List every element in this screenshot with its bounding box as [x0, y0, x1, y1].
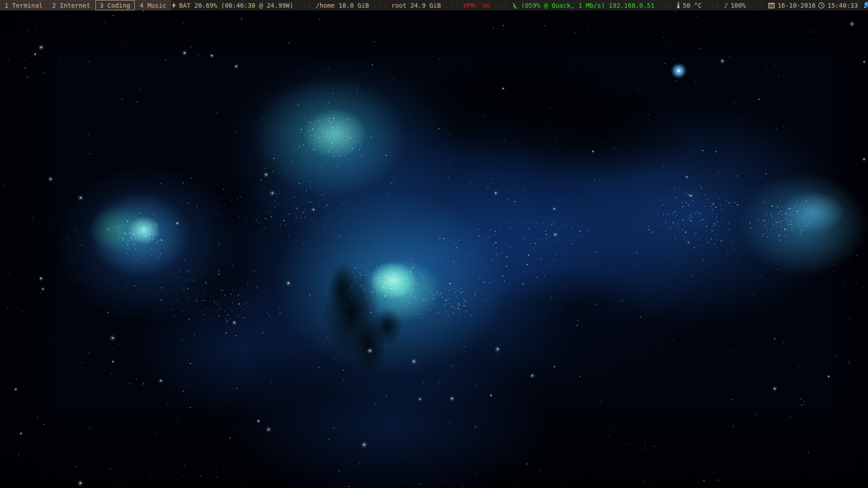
vpn-text: VPN: no	[463, 2, 490, 9]
workspace-list: 1 Terminal 2 Internet 3 Coding 4 Music	[0, 0, 171, 10]
workspace-button-music[interactable]: 4 Music	[135, 0, 171, 10]
date-text: 16-10-2016	[778, 2, 816, 9]
temperature-text: 50 °C	[683, 2, 702, 9]
volume-status: ♪ 100%	[724, 2, 745, 9]
starfield	[0, 0, 868, 488]
workspace-button-internet[interactable]: 2 Internet	[47, 0, 94, 10]
thermometer-icon	[677, 2, 680, 9]
desktop: 1 Terminal 2 Internet 3 Coding 4 Music B…	[0, 0, 868, 488]
battery-status: BAT 20.69% (00:46:30 @ 24.99W)	[171, 2, 293, 9]
battery-text: BAT 20.69% (00:46:30 @ 24.99W)	[179, 2, 293, 9]
temperature-status: 50 °C	[677, 2, 702, 9]
network-text: (059% @ Quack, 1 Mb/s) 192.168.0.51	[521, 2, 655, 9]
satellite-icon	[512, 2, 519, 9]
calendar-icon	[768, 2, 775, 9]
tray-balloon-icon[interactable]	[863, 1, 868, 9]
music-note-icon: ♪	[724, 2, 727, 9]
workspace-button-terminal[interactable]: 1 Terminal	[0, 0, 47, 10]
datetime-status: 16-10-2016 15:40:33	[768, 2, 858, 9]
separator: .::	[659, 2, 673, 9]
time-text: 15:40:33	[827, 2, 858, 9]
separator: .::	[297, 2, 311, 9]
bolt-icon	[171, 2, 176, 9]
separator: .::	[706, 2, 720, 9]
system-tray	[863, 1, 868, 9]
separator: .::	[445, 2, 459, 9]
disk-home-text: /home 18.0 GiB	[316, 2, 369, 9]
status-bar: 1 Terminal 2 Internet 3 Coding 4 Music B…	[0, 0, 868, 10]
disk-home-status: /home 18.0 GiB	[316, 2, 369, 9]
disk-root-text: root 24.9 GiB	[392, 2, 441, 9]
separator: .::	[373, 2, 387, 9]
workspace-button-coding[interactable]: 3 Coding	[95, 0, 135, 10]
separator: .::	[750, 2, 764, 9]
volume-text: 100%	[731, 2, 746, 9]
separator: .::	[494, 2, 508, 9]
status-segments: BAT 20.69% (00:46:30 @ 24.99W) .:: /home…	[171, 2, 858, 9]
network-status: (059% @ Quack, 1 Mb/s) 192.168.0.51	[512, 2, 655, 9]
disk-root-status: root 24.9 GiB	[392, 2, 441, 9]
vpn-status: VPN: no	[463, 2, 490, 9]
clock-icon	[818, 2, 825, 9]
